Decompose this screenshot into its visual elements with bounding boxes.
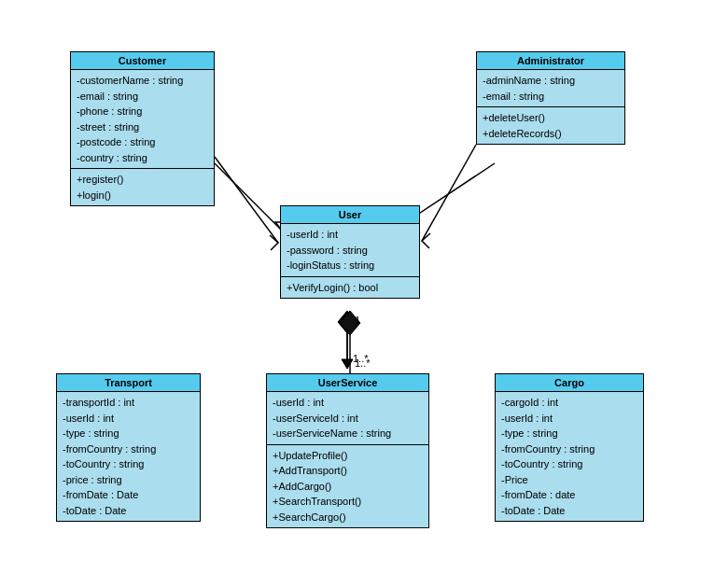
composition-label-1: 1 <box>353 315 358 327</box>
svg-marker-5 <box>342 359 353 369</box>
attr-line: -email : string <box>77 89 208 105</box>
transport-attributes: -transportId : int -userId : int -type :… <box>57 392 200 521</box>
userservice-header: UserService <box>267 374 428 392</box>
attr-line: -street : string <box>77 119 208 135</box>
svg-line-6 <box>215 157 278 243</box>
method-line: +login() <box>77 188 208 203</box>
method-line: +deleteUser() <box>483 110 619 126</box>
attr-line: -fromDate : date <box>501 487 637 503</box>
attr-line: -toDate : Date <box>501 503 637 519</box>
attr-line: -toCountry : string <box>501 456 637 472</box>
userservice-name: UserService <box>318 377 378 388</box>
customer-name: Customer <box>119 55 166 66</box>
attr-line: -userServiceId : int <box>273 411 423 427</box>
transport-class: Transport -transportId : int -userId : i… <box>56 373 201 522</box>
attr-line: -email : string <box>483 89 619 105</box>
attr-line: -fromCountry : string <box>501 441 637 457</box>
attr-line: -postcode : string <box>77 134 208 150</box>
attr-line: -password : string <box>287 243 413 259</box>
attr-line: -fromDate : Date <box>63 487 194 503</box>
user-methods: +VerifyLogin() : bool <box>281 277 419 299</box>
attr-line: -userId : int <box>287 227 413 243</box>
cargo-header: Cargo <box>496 374 643 392</box>
administrator-class: Administrator -adminName : string -email… <box>476 51 625 145</box>
attr-line: -userId : int <box>273 395 423 411</box>
cargo-name: Cargo <box>554 377 584 388</box>
administrator-header: Administrator <box>477 52 624 70</box>
method-line: +AddTransport() <box>273 463 423 479</box>
attr-line: -userServiceName : string <box>273 426 423 441</box>
customer-attributes: -customerName : string -email : string -… <box>71 70 214 169</box>
method-line: +SearchCargo() <box>273 510 423 525</box>
transport-header: Transport <box>57 374 200 392</box>
method-line: +deleteRecords() <box>483 126 619 142</box>
attr-line: -phone : string <box>77 104 208 119</box>
attr-line: -adminName : string <box>483 73 619 89</box>
attr-line: -cargoId : int <box>501 395 637 411</box>
cargo-class: Cargo -cargoId : int -userId : int -type… <box>495 373 644 522</box>
method-line: +VerifyLogin() : bool <box>287 280 413 296</box>
customer-class: Customer -customerName : string -email :… <box>70 51 215 206</box>
attr-line: -price : string <box>63 472 194 488</box>
attr-line: -transportId : int <box>63 395 194 411</box>
user-header: User <box>281 206 419 224</box>
cargo-attributes: -cargoId : int -userId : int -type : str… <box>496 392 643 521</box>
administrator-attributes: -adminName : string -email : string <box>477 70 624 107</box>
customer-header: Customer <box>71 52 214 70</box>
customer-methods: +register() +login() <box>71 169 214 205</box>
administrator-methods: +deleteUser() +deleteRecords() <box>477 107 624 144</box>
method-line: +AddCargo() <box>273 479 423 495</box>
attr-line: -loginStatus : string <box>287 258 413 273</box>
administrator-name: Administrator <box>517 55 584 66</box>
svg-line-0 <box>215 163 283 231</box>
user-attributes: -userId : int -password : string -loginS… <box>281 224 419 277</box>
attr-line: -userId : int <box>501 411 637 427</box>
method-line: +SearchTransport() <box>273 494 423 510</box>
attr-line: -type : string <box>501 426 637 441</box>
user-class: User -userId : int -password : string -l… <box>280 205 420 299</box>
transport-name: Transport <box>105 377 152 388</box>
attr-line: -toDate : Date <box>63 503 194 519</box>
attr-line: -country : string <box>77 150 208 166</box>
diagram-container: Customer -customerName : string -email :… <box>0 0 728 574</box>
user-name: User <box>339 209 361 220</box>
userservice-class: UserService -userId : int -userServiceId… <box>266 373 429 528</box>
method-line: +register() <box>77 172 208 188</box>
composition-label-many: 1..* <box>353 353 369 364</box>
attr-line: -fromCountry : string <box>63 441 194 457</box>
svg-line-7 <box>422 145 476 241</box>
attr-line: -toCountry : string <box>63 456 194 472</box>
attr-line: -Price <box>501 472 637 488</box>
method-line: +UpdateProfile() <box>273 448 423 464</box>
attr-line: -type : string <box>63 426 194 441</box>
userservice-methods: +UpdateProfile() +AddTransport() +AddCar… <box>267 445 428 528</box>
attr-line: -customerName : string <box>77 73 208 89</box>
userservice-attributes: -userId : int -userServiceId : int -user… <box>267 392 428 445</box>
attr-line: -userId : int <box>63 411 194 427</box>
